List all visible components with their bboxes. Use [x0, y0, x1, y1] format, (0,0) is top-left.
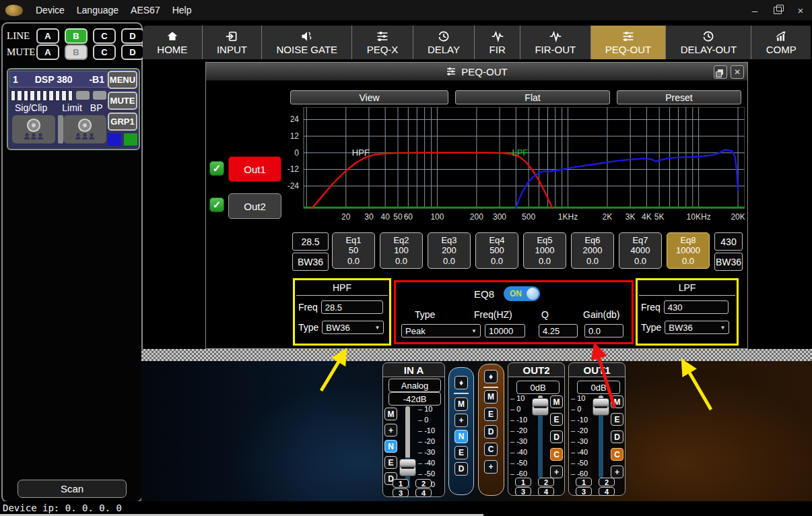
in-a-source-button[interactable]: Analog: [388, 379, 441, 392]
in-a-n-button[interactable]: N: [384, 440, 397, 453]
line-b-button[interactable]: B: [65, 28, 88, 44]
view-button[interactable]: View: [290, 90, 448, 104]
mute-c-button[interactable]: C: [93, 44, 116, 60]
out1-m-button[interactable]: M: [611, 395, 623, 408]
eq-band-8[interactable]: Eq8100000.0: [667, 232, 710, 269]
tab-home[interactable]: HOME: [143, 26, 202, 59]
eq8-freq-input[interactable]: 10000: [485, 324, 525, 337]
out2-route-3[interactable]: 3: [515, 487, 531, 496]
out2-fader-knob[interactable]: [532, 398, 549, 416]
out1-route-1[interactable]: 1: [576, 478, 592, 486]
routing-m-button[interactable]: M: [454, 397, 468, 411]
out2-d-button[interactable]: D: [550, 430, 563, 443]
out2-route-2[interactable]: 2: [538, 478, 554, 486]
preset-button[interactable]: Preset: [617, 90, 741, 104]
tab-delay-out[interactable]: DELAY-OUT: [665, 26, 751, 59]
eq-band-7[interactable]: Eq740000.0: [619, 232, 662, 269]
routing-c-button[interactable]: C: [484, 443, 498, 456]
menu-help[interactable]: Help: [166, 5, 198, 15]
eq8-gain-input[interactable]: 0.0: [584, 324, 623, 337]
hpf-type-select[interactable]: BW36▼: [322, 321, 384, 334]
out2-c-button[interactable]: C: [550, 448, 563, 461]
eq8-q-input[interactable]: 4.25: [539, 324, 578, 337]
in-a-route-4[interactable]: 4: [415, 488, 432, 497]
restore-icon[interactable]: [766, 0, 789, 20]
mute-b-button[interactable]: B: [65, 44, 88, 60]
out1-route-4[interactable]: 4: [599, 487, 615, 496]
out2-m-button[interactable]: M: [550, 395, 563, 408]
in-a-e-button[interactable]: E: [384, 456, 397, 469]
out2-e-button[interactable]: E: [550, 413, 563, 426]
out1-route-2[interactable]: 2: [599, 478, 615, 486]
minimize-icon[interactable]: –: [743, 0, 766, 20]
out1-button[interactable]: Out1: [228, 156, 281, 182]
eq-band-1[interactable]: Eq1500.0: [332, 232, 375, 269]
in-a-route-2[interactable]: 2: [415, 479, 432, 488]
eq-band-2[interactable]: Eq21000.0: [380, 232, 423, 269]
out2-route-1[interactable]: 1: [515, 478, 531, 486]
close-icon[interactable]: ×: [789, 0, 812, 20]
out2-plus-button[interactable]: +: [550, 465, 563, 478]
diamond-icon-button[interactable]: ♦: [454, 376, 468, 389]
device-grp1-button[interactable]: GRP1: [108, 112, 137, 131]
tab-comp[interactable]: COMP: [751, 26, 811, 59]
tab-delay[interactable]: DELAY: [413, 26, 475, 59]
tab-fir[interactable]: FIR: [474, 26, 520, 59]
tab-noise-gate[interactable]: NOISE GATE: [261, 26, 351, 59]
pw-close-icon[interactable]: ✕: [731, 65, 744, 79]
out1-c-button[interactable]: C: [611, 448, 623, 461]
out2-route-4[interactable]: 4: [538, 487, 554, 496]
device-menu-button[interactable]: MENU: [108, 71, 137, 89]
routing-e-button[interactable]: E: [454, 446, 468, 459]
eq8-type-select[interactable]: Peak▼: [401, 324, 481, 337]
routing-plus-button[interactable]: +: [454, 414, 468, 427]
device-mute-button[interactable]: MUTE: [108, 92, 137, 110]
eq-band-5[interactable]: Eq510000.0: [523, 232, 566, 269]
routing-e-button[interactable]: E: [484, 408, 498, 421]
line-d-button[interactable]: D: [121, 28, 144, 44]
in-a-route-3[interactable]: 3: [393, 488, 409, 497]
out1-plus-button[interactable]: +: [611, 465, 623, 478]
in-a-route-1[interactable]: 1: [393, 479, 409, 488]
tab-fir-out[interactable]: FIR-OUT: [520, 26, 590, 59]
device-card[interactable]: 1 DSP 380 -B1 Sig/Clip Limit BP: [7, 68, 140, 150]
out1-d-button[interactable]: D: [611, 430, 623, 443]
peq-window-titlebar[interactable]: PEQ-OUT ✕: [206, 63, 747, 81]
line-a-button[interactable]: A: [36, 28, 59, 44]
out1-checkbox[interactable]: ✓: [209, 161, 224, 176]
splitter-handle[interactable]: [141, 349, 812, 361]
tab-input[interactable]: INPUT: [202, 26, 262, 59]
out1-e-button[interactable]: E: [611, 413, 623, 426]
eq-band-3[interactable]: Eq32000.0: [428, 232, 471, 269]
flat-button[interactable]: Flat: [455, 90, 610, 104]
eq-response-graph[interactable]: HPFLPF24120-12-2420304050601002003005001…: [273, 107, 745, 224]
out1-gain-value[interactable]: 0dB: [577, 381, 620, 394]
out2-button[interactable]: Out2: [228, 193, 281, 219]
lpf-freq-input[interactable]: 430: [664, 300, 729, 314]
mute-a-button[interactable]: A: [36, 44, 59, 60]
routing-m-button[interactable]: M: [484, 390, 498, 404]
tab-peq-out[interactable]: PEQ-OUT: [590, 26, 666, 59]
tab-peq-x[interactable]: PEQ-X: [351, 26, 412, 59]
scan-button[interactable]: Scan: [18, 480, 127, 498]
lpf-type-select[interactable]: BW36▼: [665, 321, 729, 334]
eq-band-4[interactable]: Eq45000.0: [475, 232, 518, 269]
menu-aes67[interactable]: AES67: [125, 5, 166, 15]
routing-d-button[interactable]: D: [484, 425, 498, 439]
out2-checkbox[interactable]: ✓: [209, 197, 224, 212]
mute-d-button[interactable]: D: [121, 44, 144, 60]
out2-gain-value[interactable]: 0dB: [516, 381, 560, 394]
in-a-fader-knob[interactable]: [399, 459, 416, 476]
menu-language[interactable]: Language: [71, 5, 125, 15]
routing-d-button[interactable]: D: [454, 462, 468, 476]
pw-restore-icon[interactable]: [714, 65, 727, 79]
in-a-m-button[interactable]: M: [384, 408, 397, 420]
routing-plus-button[interactable]: +: [484, 460, 498, 474]
line-c-button[interactable]: C: [93, 28, 116, 44]
in-a-plus-button[interactable]: +: [384, 424, 397, 437]
eq8-on-toggle[interactable]: ON: [504, 286, 540, 301]
menu-device[interactable]: Device: [30, 5, 71, 15]
hpf-freq-input[interactable]: 28.5: [321, 300, 383, 314]
in-a-gain-value[interactable]: -42dB: [388, 392, 441, 406]
out1-route-3[interactable]: 3: [576, 487, 592, 496]
